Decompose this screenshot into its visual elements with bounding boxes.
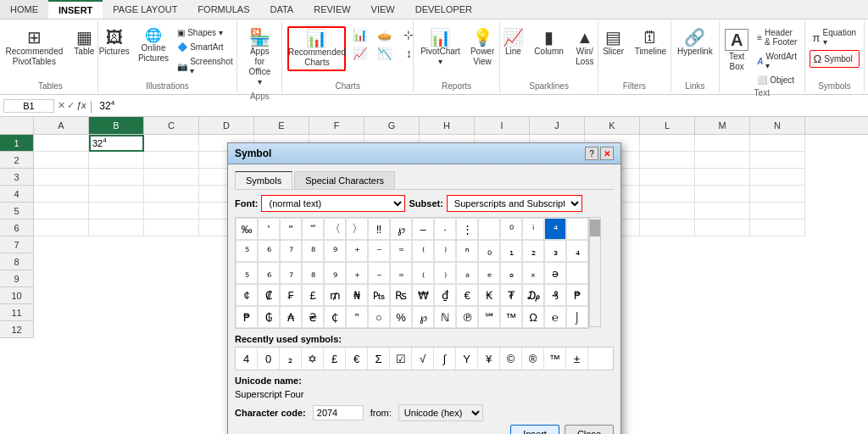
symbol-cell[interactable]: ₆ <box>258 262 280 284</box>
symbol-cell[interactable]: ⁱ <box>522 218 544 240</box>
symbol-cell[interactable]: ₮ <box>500 284 522 306</box>
tab-symbols[interactable]: Symbols <box>235 171 292 189</box>
symbol-cell[interactable]: ə <box>544 262 566 284</box>
dialog-titlebar[interactable]: Symbol ? ✕ <box>228 143 620 164</box>
symbol-cell[interactable]: ₃ <box>544 240 566 262</box>
symbol-cell[interactable]: ₥ <box>324 284 346 306</box>
symbol-cell[interactable]: ₀ <box>478 240 500 262</box>
symbol-cell[interactable]: ⁽ <box>412 240 434 262</box>
cell-c1[interactable] <box>144 135 199 152</box>
cell-l1[interactable] <box>640 135 695 152</box>
col-header-d[interactable]: D <box>199 117 254 134</box>
wordart-button[interactable]: A WordArt ▾ <box>754 50 802 72</box>
symbol-cell[interactable] <box>566 218 588 240</box>
symbol-cell[interactable]: ₧ <box>368 284 390 306</box>
symbol-cell[interactable]: ○ <box>368 306 390 328</box>
symbol-cell-selected[interactable]: ⁴ <box>544 218 566 240</box>
symbol-cell[interactable]: ‼ <box>368 218 390 240</box>
symbol-cell[interactable]: ₦ <box>346 284 368 306</box>
online-pictures-button[interactable]: 🌐 OnlinePictures <box>135 26 172 66</box>
symbol-cell[interactable]: ℘ <box>390 218 412 240</box>
symbol-cell[interactable]: ℘ <box>412 306 434 328</box>
cancel-formula-icon[interactable]: ✕ <box>58 100 65 111</box>
col-header-e[interactable]: E <box>254 117 309 134</box>
cell-b1[interactable]: 324 <box>89 135 144 152</box>
confirm-formula-icon[interactable]: ✓ <box>67 100 75 111</box>
symbol-cell[interactable]: % <box>390 306 412 328</box>
row-num-3[interactable]: 3 <box>0 169 34 186</box>
symbol-cell[interactable]: ™ <box>500 306 522 328</box>
col-header-c[interactable]: C <box>144 117 199 134</box>
symbol-cell[interactable]: ₍ <box>412 262 434 284</box>
col-header-j[interactable]: J <box>530 117 585 134</box>
name-box[interactable] <box>3 99 54 113</box>
symbol-cell[interactable]: ₣ <box>280 284 302 306</box>
symbol-cell[interactable]: ⁺ <box>346 240 368 262</box>
shapes-button[interactable]: ▣ Shapes ▾ <box>174 26 239 39</box>
tab-view[interactable]: VIEW <box>361 0 405 19</box>
col-header-h[interactable]: H <box>420 117 475 134</box>
symbol-cell[interactable]: ₯ <box>522 284 544 306</box>
tab-developer[interactable]: DEVELOPER <box>405 0 482 19</box>
slicer-button[interactable]: ▤ Slicer <box>598 26 629 59</box>
header-footer-button[interactable]: ≡ Header& Footer <box>754 26 802 48</box>
symbols-scrollbar[interactable] <box>589 217 601 327</box>
row-num-9[interactable]: 9 <box>0 270 34 287</box>
row-num-11[interactable]: 11 <box>0 304 34 321</box>
row-num-4[interactable]: 4 <box>0 186 34 203</box>
select-all[interactable] <box>0 117 34 134</box>
symbol-cell[interactable]: ⁾ <box>434 240 456 262</box>
sparkline-line-button[interactable]: 📈 Line <box>498 26 528 59</box>
tab-special-chars[interactable]: Special Characters <box>294 171 395 189</box>
row-num-8[interactable]: 8 <box>0 253 34 270</box>
symbol-cell[interactable]: ₉ <box>324 262 346 284</box>
symbol-cell[interactable]: " <box>346 306 368 328</box>
symbol-cell[interactable]: ‰ <box>236 218 258 240</box>
symbol-cell[interactable]: 〈 <box>324 218 346 240</box>
tab-home[interactable]: HOME <box>0 0 48 19</box>
col-header-b[interactable]: B <box>89 117 144 134</box>
col-header-a[interactable]: A <box>34 117 89 134</box>
apps-for-office-button[interactable]: 🏪 Apps forOffice ▾ <box>242 26 276 90</box>
recommended-charts-button[interactable]: 📊 RecommendedCharts <box>287 26 346 71</box>
symbol-cell[interactable]: ₐ <box>456 262 478 284</box>
smartart-button[interactable]: 🔷 SmartArt <box>174 41 239 53</box>
symbol-cell[interactable]: ₎ <box>434 262 456 284</box>
col-header-g[interactable]: G <box>364 117 420 134</box>
scrollbar-thumb[interactable] <box>590 220 600 236</box>
symbol-cell[interactable]: ₫ <box>434 284 456 306</box>
symbol-cell[interactable]: ₳ <box>280 306 302 328</box>
symbol-cell[interactable]: € <box>456 284 478 306</box>
symbol-cell[interactable]: Ω <box>522 306 544 328</box>
symbol-cell[interactable]: ⁷ <box>280 240 302 262</box>
symbol-cell[interactable]: ₱ <box>236 306 258 328</box>
row-num-10[interactable]: 10 <box>0 287 34 304</box>
symbol-cell[interactable]: ⁹ <box>324 240 346 262</box>
tab-insert[interactable]: INSERT <box>48 0 103 19</box>
dialog-help-icon[interactable]: ? <box>585 147 598 160</box>
col-header-n[interactable]: N <box>750 117 805 134</box>
pie-chart-button[interactable]: 🥧 <box>372 26 396 44</box>
symbol-cell[interactable]: ⌡ <box>566 306 588 328</box>
symbol-cell[interactable]: ℮ <box>544 306 566 328</box>
text-box-button[interactable]: A TextBox <box>721 26 752 75</box>
pivotchart-button[interactable]: 📊 PivotChart ▾ <box>415 26 465 70</box>
equation-button[interactable]: π Equation ▾ <box>810 26 860 48</box>
symbol-cell[interactable]: ¢ <box>236 284 258 306</box>
bar-chart-button[interactable]: 📉 <box>372 45 396 63</box>
symbol-cell[interactable]: ₵ <box>324 306 346 328</box>
tab-review[interactable]: REVIEW <box>303 0 360 19</box>
symbol-cell[interactable]: ₂ <box>522 240 544 262</box>
pictures-button[interactable]: 🖼 Pictures <box>96 26 133 59</box>
symbol-cell[interactable]: ₈ <box>302 262 324 284</box>
symbol-cell[interactable]: ⁼ <box>390 240 412 262</box>
symbol-cell[interactable]: ℗ <box>456 306 478 328</box>
col-header-i[interactable]: I <box>475 117 530 134</box>
sparkline-column-button[interactable]: ▮ Column <box>530 26 567 59</box>
symbol-cell[interactable]: ⁰ <box>500 218 522 240</box>
symbol-cell[interactable]: ⋮ <box>456 218 478 240</box>
row-num-6[interactable]: 6 <box>0 220 34 236</box>
timeline-button[interactable]: 🗓 Timeline <box>631 26 670 59</box>
col-header-k[interactable]: K <box>585 117 640 134</box>
symbol-cell[interactable]: ₲ <box>258 306 280 328</box>
